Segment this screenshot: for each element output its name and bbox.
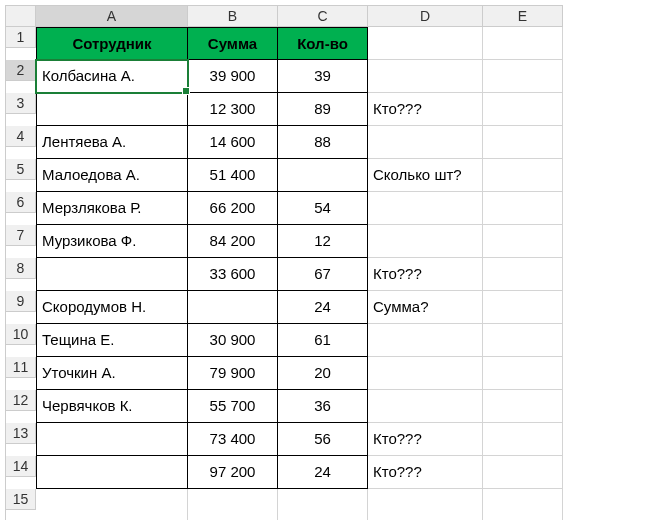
- cell-D7[interactable]: [368, 225, 483, 258]
- cell-B6[interactable]: 66 200: [188, 192, 278, 225]
- cell-C1[interactable]: Кол-во: [278, 27, 368, 60]
- cell-B1[interactable]: Сумма: [188, 27, 278, 60]
- cell-A1[interactable]: Сотрудник: [36, 27, 188, 60]
- cell-C3[interactable]: 89: [278, 93, 368, 126]
- row-header-7[interactable]: 7: [6, 225, 36, 246]
- cell-B7[interactable]: 84 200: [188, 225, 278, 258]
- row-header-9[interactable]: 9: [6, 291, 36, 312]
- cell-D14[interactable]: Кто???: [368, 456, 483, 489]
- cell-A4[interactable]: Лентяева А.: [36, 126, 188, 159]
- cell-D11[interactable]: [368, 357, 483, 390]
- cell-E7[interactable]: [483, 225, 563, 258]
- col-header-B[interactable]: B: [188, 6, 278, 27]
- cell-D8[interactable]: Кто???: [368, 258, 483, 291]
- cell-B12[interactable]: 55 700: [188, 390, 278, 423]
- row-header-15[interactable]: 15: [6, 489, 36, 510]
- cell-D15[interactable]: [368, 489, 483, 520]
- cell-C14[interactable]: 24: [278, 456, 368, 489]
- row-header-6[interactable]: 6: [6, 192, 36, 213]
- cell-E12[interactable]: [483, 390, 563, 423]
- cell-A11[interactable]: Уточкин А.: [36, 357, 188, 390]
- cell-C12[interactable]: 36: [278, 390, 368, 423]
- cell-D10[interactable]: [368, 324, 483, 357]
- row-header-5[interactable]: 5: [6, 159, 36, 180]
- cell-A3[interactable]: [36, 93, 188, 126]
- cell-B15[interactable]: [188, 489, 278, 520]
- cell-D1[interactable]: [368, 27, 483, 60]
- cell-C11[interactable]: 20: [278, 357, 368, 390]
- row-header-8[interactable]: 8: [6, 258, 36, 279]
- cell-C4[interactable]: 88: [278, 126, 368, 159]
- cell-E8[interactable]: [483, 258, 563, 291]
- cell-D4[interactable]: [368, 126, 483, 159]
- row-header-13[interactable]: 13: [6, 423, 36, 444]
- cell-C7[interactable]: 12: [278, 225, 368, 258]
- cell-B2[interactable]: 39 900: [188, 60, 278, 93]
- cell-A5[interactable]: Малоедова А.: [36, 159, 188, 192]
- col-header-E[interactable]: E: [483, 6, 563, 27]
- cell-A8[interactable]: [36, 258, 188, 291]
- cell-C9[interactable]: 24: [278, 291, 368, 324]
- cell-A10[interactable]: Тещина Е.: [36, 324, 188, 357]
- row-header-3[interactable]: 3: [6, 93, 36, 114]
- cell-E3[interactable]: [483, 93, 563, 126]
- row-header-11[interactable]: 11: [6, 357, 36, 378]
- cell-E2[interactable]: [483, 60, 563, 93]
- cell-A9[interactable]: Скородумов Н.: [36, 291, 188, 324]
- cell-B8[interactable]: 33 600: [188, 258, 278, 291]
- cell-E11[interactable]: [483, 357, 563, 390]
- select-all-corner[interactable]: [6, 6, 36, 27]
- cell-C8[interactable]: 67: [278, 258, 368, 291]
- col-header-A[interactable]: A: [36, 6, 188, 27]
- cell-A6[interactable]: Мерзлякова Р.: [36, 192, 188, 225]
- cell-B13[interactable]: 73 400: [188, 423, 278, 456]
- cell-D6[interactable]: [368, 192, 483, 225]
- cell-E10[interactable]: [483, 324, 563, 357]
- cell-D9[interactable]: Сумма?: [368, 291, 483, 324]
- cell-E15[interactable]: [483, 489, 563, 520]
- cell-A7[interactable]: Мурзикова Ф.: [36, 225, 188, 258]
- cell-A2[interactable]: Колбасина А.: [36, 60, 188, 93]
- cell-C15[interactable]: [278, 489, 368, 520]
- cell-C5[interactable]: [278, 159, 368, 192]
- col-header-C[interactable]: C: [278, 6, 368, 27]
- row-header-1[interactable]: 1: [6, 27, 36, 48]
- row-header-4[interactable]: 4: [6, 126, 36, 147]
- cell-C2[interactable]: 39: [278, 60, 368, 93]
- cell-A15[interactable]: [36, 489, 188, 520]
- cell-B3[interactable]: 12 300: [188, 93, 278, 126]
- row-header-12[interactable]: 12: [6, 390, 36, 411]
- cell-C6[interactable]: 54: [278, 192, 368, 225]
- cell-D12[interactable]: [368, 390, 483, 423]
- cell-B10[interactable]: 30 900: [188, 324, 278, 357]
- cell-A13[interactable]: [36, 423, 188, 456]
- cell-E9[interactable]: [483, 291, 563, 324]
- cell-D5[interactable]: Сколько шт?: [368, 159, 483, 192]
- row-header-2[interactable]: 2: [6, 60, 36, 81]
- cell-D13[interactable]: Кто???: [368, 423, 483, 456]
- cell-E4[interactable]: [483, 126, 563, 159]
- cell-A12[interactable]: Червячков К.: [36, 390, 188, 423]
- cell-E13[interactable]: [483, 423, 563, 456]
- cell-E5[interactable]: [483, 159, 563, 192]
- cell-B4[interactable]: 14 600: [188, 126, 278, 159]
- cell-D3[interactable]: Кто???: [368, 93, 483, 126]
- cell-B11[interactable]: 79 900: [188, 357, 278, 390]
- cell-A14[interactable]: [36, 456, 188, 489]
- cell-B14[interactable]: 97 200: [188, 456, 278, 489]
- row-header-10[interactable]: 10: [6, 324, 36, 345]
- cell-E6[interactable]: [483, 192, 563, 225]
- row-header-14[interactable]: 14: [6, 456, 36, 477]
- col-header-D[interactable]: D: [368, 6, 483, 27]
- cell-C13[interactable]: 56: [278, 423, 368, 456]
- cell-C10[interactable]: 61: [278, 324, 368, 357]
- cell-E14[interactable]: [483, 456, 563, 489]
- cell-B5[interactable]: 51 400: [188, 159, 278, 192]
- cell-B9[interactable]: [188, 291, 278, 324]
- cell-E1[interactable]: [483, 27, 563, 60]
- spreadsheet-grid[interactable]: A B C D E 1 Сотрудник Сумма Кол-во 2 Кол…: [5, 5, 563, 520]
- cell-D2[interactable]: [368, 60, 483, 93]
